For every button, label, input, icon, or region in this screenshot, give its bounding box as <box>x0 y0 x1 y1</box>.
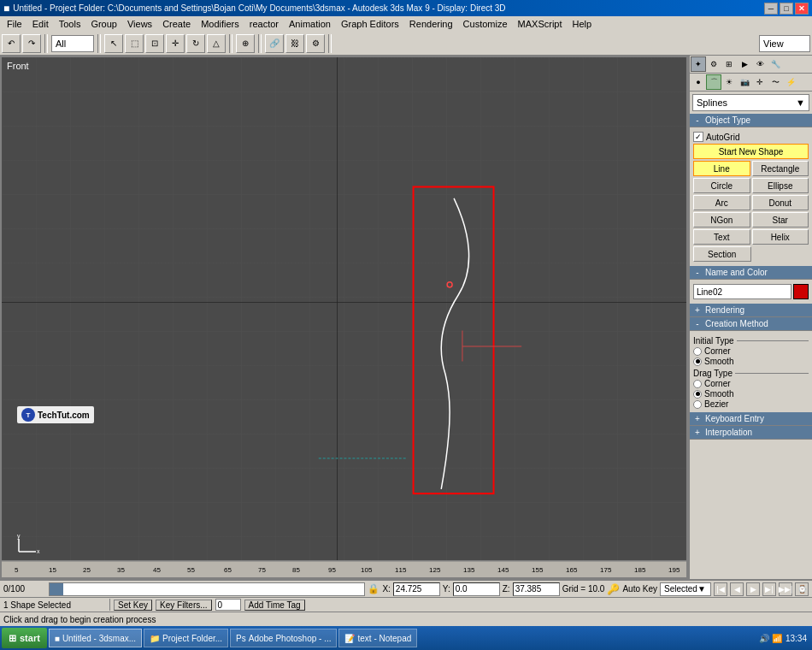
autogrid-checkbox[interactable]: ✓ <box>693 132 703 142</box>
circle-button[interactable]: Circle <box>693 178 750 193</box>
select-rotate-button[interactable]: ↻ <box>186 34 205 53</box>
ngon-button[interactable]: NGon <box>693 212 750 228</box>
menu-rendering[interactable]: Rendering <box>404 16 458 32</box>
taskbar-project-folder[interactable]: 📁 Project Folder... <box>144 629 228 647</box>
playback-next-button[interactable]: ▶| <box>762 582 776 596</box>
drag-smooth-radio-btn[interactable] <box>693 390 702 399</box>
start-new-shape-button[interactable]: Start New Shape <box>693 144 809 159</box>
rendering-rollout[interactable]: + Rendering <box>690 304 812 317</box>
color-swatch[interactable] <box>793 284 809 299</box>
drag-corner-radio[interactable]: Corner <box>693 379 809 388</box>
toolbar-sep5 <box>328 34 332 53</box>
interpolation-rollout[interactable]: + Interpolation <box>690 426 812 440</box>
menu-create[interactable]: Create <box>157 16 196 32</box>
drag-smooth-radio[interactable]: Smooth <box>693 389 809 399</box>
menu-help[interactable]: Help <box>568 16 597 32</box>
key-filters-button[interactable]: Key Filters... <box>156 600 212 611</box>
creation-method-rollout[interactable]: - Creation Method <box>690 317 812 331</box>
add-time-tag-button[interactable]: Add Time Tag <box>244 600 305 611</box>
select-region-button[interactable]: ⬚ <box>125 34 144 53</box>
key-mode-button[interactable]: ⌚ <box>795 582 809 596</box>
cameras-btn[interactable]: 📷 <box>737 74 752 90</box>
rectangle-button[interactable]: Rectangle <box>752 161 809 176</box>
menu-graph-editors[interactable]: Graph Editors <box>336 16 404 32</box>
frame-field[interactable]: 0 <box>215 599 241 611</box>
helix-button[interactable]: Helix <box>752 229 809 245</box>
timeline-thumb[interactable] <box>50 583 63 595</box>
splines-dropdown[interactable]: Splines ▼ <box>692 94 809 111</box>
spacewarps-btn[interactable]: 〜 <box>768 74 783 90</box>
star-button[interactable]: Star <box>752 212 809 228</box>
lights-btn[interactable]: ☀ <box>721 74 737 90</box>
selected-dropdown[interactable]: Selected ▼ <box>660 582 711 596</box>
window-crossing-button[interactable]: ⊡ <box>145 34 164 53</box>
drag-bezier-radio[interactable]: Bezier <box>693 399 809 409</box>
menu-animation[interactable]: Animation <box>284 16 336 32</box>
select-object-button[interactable]: ↖ <box>104 34 123 53</box>
link-button[interactable]: 🔗 <box>265 34 284 53</box>
motion-panel-btn[interactable]: ▶ <box>737 56 752 72</box>
x-field[interactable]: 24.725 <box>393 582 440 596</box>
playback-end-button[interactable]: ▶▶| <box>779 582 792 596</box>
playback-start-button[interactable]: |◀ <box>714 582 727 596</box>
text-button[interactable]: Text <box>693 229 750 245</box>
name-color-rollout[interactable]: - Name and Color <box>690 266 812 280</box>
menu-views[interactable]: Views <box>122 16 157 32</box>
select-move-button[interactable]: ✛ <box>166 34 185 53</box>
section-button[interactable]: Section <box>693 246 751 262</box>
taskbar-notepad[interactable]: 📝 text - Notepad <box>338 629 417 647</box>
name-input[interactable]: Line02 <box>693 284 791 299</box>
drag-corner-radio-btn[interactable] <box>693 380 702 388</box>
menu-customize[interactable]: Customize <box>458 16 513 32</box>
select-scale-button[interactable]: △ <box>207 34 226 53</box>
smooth-radio-btn[interactable] <box>693 358 702 366</box>
timeline-slider[interactable] <box>49 582 365 596</box>
ellipse-button[interactable]: Ellipse <box>752 178 809 193</box>
shapes-btn[interactable]: ⌒ <box>706 74 721 90</box>
display-panel-btn[interactable]: 👁 <box>752 56 768 72</box>
arc-button[interactable]: Arc <box>693 195 750 210</box>
set-key-button[interactable]: Set Key <box>114 600 152 611</box>
donut-button[interactable]: Donut <box>752 195 809 210</box>
menu-edit[interactable]: Edit <box>27 16 54 32</box>
helpers-btn[interactable]: ✛ <box>752 74 768 90</box>
create-panel-btn[interactable]: ✦ <box>691 56 706 72</box>
menu-modifiers[interactable]: Modifiers <box>196 16 244 32</box>
taskbar-3dsmax[interactable]: ■ Untitled - 3dsmax... <box>49 629 142 647</box>
menu-file[interactable]: File <box>2 16 27 32</box>
view-dropdown[interactable]: View <box>759 35 810 52</box>
bezier-radio-btn[interactable] <box>693 400 702 409</box>
line-button[interactable]: Line <box>693 161 750 176</box>
close-button[interactable]: ✕ <box>795 3 809 15</box>
initial-smooth-radio[interactable]: Smooth <box>693 357 809 366</box>
menu-tools[interactable]: Tools <box>54 16 86 32</box>
playback-play-button[interactable]: ▶ <box>746 582 760 596</box>
menu-reactor[interactable]: reactor <box>244 16 284 32</box>
select-filter-dropdown[interactable]: All <box>51 35 94 52</box>
menu-group[interactable]: Group <box>85 16 122 32</box>
viewport[interactable]: Front T TechTut.com x y <box>0 56 688 579</box>
utilities-panel-btn[interactable]: 🔧 <box>768 56 783 72</box>
maximize-button[interactable]: □ <box>780 3 793 15</box>
playback-prev-button[interactable]: ◀ <box>730 582 744 596</box>
modify-panel-btn[interactable]: ⚙ <box>706 56 721 72</box>
start-button[interactable]: ⊞ start <box>2 628 47 648</box>
corner-radio-btn[interactable] <box>693 347 702 356</box>
geometry-btn[interactable]: ● <box>691 74 706 90</box>
initial-corner-radio[interactable]: Corner <box>693 346 809 356</box>
minimize-button[interactable]: ─ <box>764 3 778 15</box>
object-type-rollout[interactable]: - Object Type <box>690 114 812 127</box>
taskbar-photoshop[interactable]: Ps Adobe Photoshop - ... <box>230 629 337 647</box>
bind-button[interactable]: ⚙ <box>306 34 325 53</box>
z-field[interactable]: 37.385 <box>513 582 560 596</box>
unlink-button[interactable]: ⛓ <box>285 34 304 53</box>
undo-button[interactable]: ↶ <box>2 34 21 53</box>
keyboard-entry-rollout[interactable]: + Keyboard Entry <box>690 412 812 426</box>
systems-btn[interactable]: ⚡ <box>783 74 798 90</box>
reference-coord-button[interactable]: ⊕ <box>236 34 255 53</box>
y-field[interactable]: 0.0 <box>453 582 500 596</box>
menu-maxscript[interactable]: MAXScript <box>513 16 568 32</box>
hierarchy-panel-btn[interactable]: ⊞ <box>721 56 737 72</box>
bottom-top-row: 0/100 🔒 X: 24.725 Y: 0.0 Z: 37.385 Grid … <box>0 581 812 598</box>
redo-button[interactable]: ↷ <box>22 34 41 53</box>
